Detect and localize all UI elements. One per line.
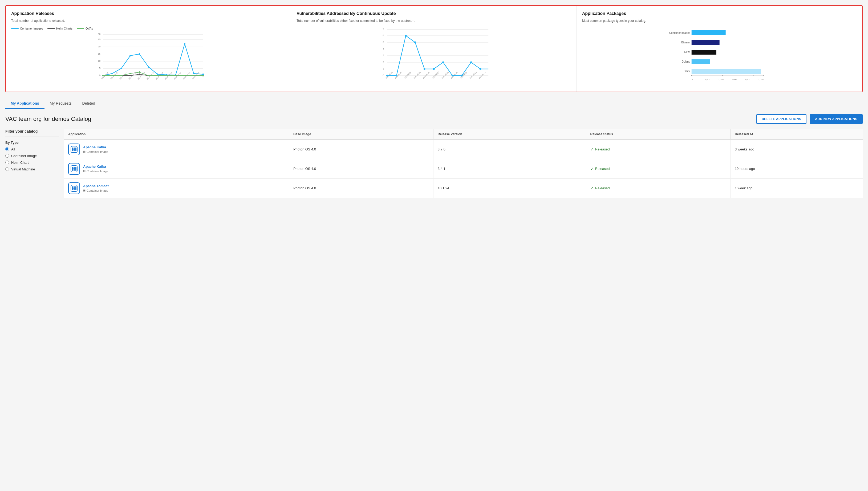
app-cell-2: Apache Tomcat ⊞ Container Image: [64, 178, 289, 198]
releases-title: Application Releases: [11, 11, 286, 16]
legend-label-helm: Helm Charts: [56, 27, 73, 30]
legend-color-container: [11, 28, 19, 29]
filter-radio-helm[interactable]: [5, 161, 9, 164]
filter-option-helm[interactable]: Helm Chart: [5, 161, 59, 165]
svg-point-23: [184, 43, 186, 45]
svg-text:6: 6: [383, 34, 384, 37]
svg-point-70: [480, 68, 481, 70]
filter-option-vm[interactable]: Virtual Machine: [5, 167, 59, 171]
filter-radio-container[interactable]: [5, 154, 9, 157]
svg-text:2024-06-09: 2024-06-09: [450, 71, 458, 79]
legend-ovas: OVAs: [77, 27, 93, 30]
catalog-title: VAC team org for demos Catalog: [5, 116, 91, 122]
svg-point-62: [405, 35, 407, 36]
legend-label-container: Container Images: [20, 27, 43, 30]
svg-rect-88: [691, 40, 719, 45]
svg-text:Container Images: Container Images: [669, 31, 690, 34]
version-0: 3.7.0: [433, 140, 586, 159]
svg-text:3: 3: [383, 54, 384, 57]
svg-text:30: 30: [98, 33, 101, 35]
svg-rect-91: [691, 69, 761, 74]
svg-point-18: [139, 53, 140, 55]
svg-text:5,000: 5,000: [758, 78, 763, 81]
status-label-1: Released: [595, 167, 610, 171]
tab-my-requests[interactable]: My Requests: [45, 98, 77, 109]
filter-option-container[interactable]: Container Image: [5, 154, 59, 158]
app-svg-icon-0: [71, 146, 78, 153]
filter-radio-all[interactable]: [5, 147, 9, 151]
app-svg-icon-1: [71, 165, 78, 172]
col-release-status: Release Status: [586, 129, 730, 140]
svg-text:2024-06-04: 2024-06-04: [403, 71, 412, 79]
svg-text:Bitnami: Bitnami: [681, 41, 690, 44]
svg-point-65: [433, 68, 435, 70]
app-name-2[interactable]: Apache Tomcat: [83, 184, 109, 188]
app-type-label-2: Container Image: [87, 189, 108, 192]
svg-point-32: [202, 75, 204, 77]
col-released-at: Released At: [730, 129, 863, 140]
tab-deleted[interactable]: Deleted: [77, 98, 101, 109]
app-cell-1: Apache Kafka ⊞ Container Image: [64, 159, 289, 178]
vulnerabilities-chart: 0 1 2 3 4 5 6 7: [297, 27, 571, 80]
svg-text:2024-06-05: 2024-06-05: [413, 71, 421, 79]
filter-divider: [5, 137, 59, 137]
svg-rect-114: [72, 168, 77, 169]
filter-group-title: By Type: [5, 141, 59, 145]
add-new-applications-button[interactable]: ADD NEW APPLICATIONS: [810, 114, 863, 124]
legend-label-ovas: OVAs: [86, 27, 93, 30]
base-image-2: Photon OS 4.0: [289, 178, 433, 198]
packages-chart: Container Images Bitnami RPM Golang Othe…: [582, 27, 857, 85]
table-row: Apache Kafka ⊞ Container Image Photon OS…: [64, 159, 863, 178]
status-0: ✓ Released: [586, 140, 730, 159]
tab-my-applications[interactable]: My Applications: [5, 98, 45, 109]
app-name-1[interactable]: Apache Kafka: [83, 165, 108, 169]
catalog-header: VAC team org for demos Catalog DELETE AP…: [5, 114, 863, 124]
legend-container-images: Container Images: [11, 27, 43, 30]
app-name-0[interactable]: Apache Kafka: [83, 145, 108, 149]
svg-text:3,000: 3,000: [731, 78, 737, 81]
app-type-label-0: Container Image: [87, 150, 108, 153]
filter-radio-vm[interactable]: [5, 167, 9, 171]
applications-table-container: Application Base Image Release Version R…: [64, 129, 863, 198]
svg-point-66: [442, 61, 444, 63]
svg-text:15: 15: [98, 53, 101, 55]
delete-applications-button[interactable]: DELETE APPLICATIONS: [756, 114, 807, 124]
svg-text:7: 7: [383, 28, 384, 31]
filter-title: Filter your catalog: [5, 129, 59, 134]
app-icon-2: [68, 182, 80, 194]
packages-subtitle: Most common package types in your catalo…: [582, 19, 857, 23]
svg-text:2024-06-08: 2024-06-08: [441, 71, 449, 79]
released-at-1: 19 hours ago: [730, 159, 863, 178]
svg-point-30: [130, 73, 131, 74]
tabs-section: My Applications My Requests Deleted: [5, 98, 863, 109]
version-2: 10.1.24: [433, 178, 586, 198]
status-label-2: Released: [595, 186, 610, 190]
svg-text:2024-06-12: 2024-06-12: [478, 71, 486, 79]
svg-text:2,000: 2,000: [718, 78, 724, 81]
table-row: Apache Tomcat ⊞ Container Image Photon O…: [64, 178, 863, 198]
releases-legend: Container Images Helm Charts OVAs: [11, 27, 286, 30]
releases-panel: Application Releases Total number of app…: [6, 6, 291, 92]
svg-text:2024-06-03: 2024-06-03: [394, 71, 402, 79]
filter-label-all: All: [11, 147, 15, 151]
packages-panel: Application Packages Most common package…: [577, 6, 862, 92]
filter-label-vm: Virtual Machine: [11, 167, 35, 171]
app-type-icon-1: ⊞: [83, 169, 86, 173]
filter-option-all[interactable]: All: [5, 147, 59, 151]
svg-point-64: [424, 68, 425, 70]
app-type-icon-0: ⊞: [83, 150, 86, 153]
releases-chart: 0 5 10 15 20 25 30: [11, 32, 286, 80]
base-image-1: Photon OS 4.0: [289, 159, 433, 178]
status-1: ✓ Released: [586, 159, 730, 178]
charts-section: Application Releases Total number of app…: [5, 5, 863, 92]
svg-text:5: 5: [383, 41, 384, 44]
svg-text:25: 25: [98, 38, 101, 41]
svg-rect-119: [72, 188, 77, 189]
app-icon-0: [68, 144, 80, 155]
status-icon-1: ✓: [590, 166, 594, 171]
svg-point-17: [130, 55, 131, 56]
svg-point-16: [120, 68, 122, 69]
svg-text:5: 5: [99, 67, 101, 69]
status-icon-0: ✓: [590, 147, 594, 152]
svg-point-63: [414, 41, 416, 43]
